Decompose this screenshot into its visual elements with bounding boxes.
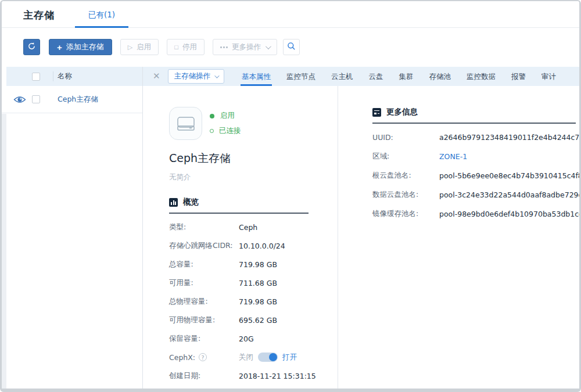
- search-button[interactable]: [283, 39, 300, 55]
- name-column-header: 名称: [58, 71, 72, 81]
- more-info-icon: [372, 108, 381, 117]
- field-data-volume-pool: 数据云盘池名: pool-3c24e33d22a544d0aaf8adbe729…: [372, 185, 579, 204]
- refresh-icon: [27, 42, 36, 52]
- field-last-op-date: 最后操作日期: 2018-11-21 16:25:44: [169, 385, 317, 392]
- enabled-dot-icon: [210, 114, 214, 118]
- more-actions-button[interactable]: 更多操作: [213, 39, 277, 55]
- field-cephx: CephX: ? 关闭 打开: [169, 348, 317, 366]
- storage-list-panel: 名称 Ceph主存储: [2, 67, 143, 389]
- detail-body: 启用 已连接 Ceph主存储 无简介 概览: [143, 86, 579, 389]
- content-area: 名称 Ceph主存储 ✕ 主存储操作 基本属性 监控节: [2, 67, 579, 389]
- stop-square-icon: □: [174, 44, 178, 51]
- status-block: 启用 已连接: [210, 107, 241, 140]
- more-actions-label: 更多操作: [232, 42, 261, 52]
- section-rule: [372, 123, 576, 124]
- overview-icon: [169, 198, 178, 207]
- tab-audit[interactable]: 审计: [541, 67, 556, 86]
- overview-fields: 类型: Ceph 存储心跳网络CIDR: 10.10.0.0/24 总容量: 7…: [169, 218, 317, 392]
- connected-dot-icon: [210, 129, 214, 133]
- play-icon: ▷: [128, 44, 132, 51]
- storage-actions-dropdown[interactable]: 主存储操作: [168, 69, 225, 84]
- section-rule: [169, 213, 309, 214]
- search-icon: [287, 42, 296, 52]
- field-available-physical-capacity: 可用物理容量: 695.62 GB: [169, 311, 317, 329]
- field-type: 类型: Ceph: [169, 218, 317, 236]
- toggle-off-label: 关闭: [239, 353, 253, 362]
- storage-name-title: Ceph主存储: [169, 151, 317, 166]
- chevron-down-icon: [214, 73, 219, 78]
- detail-right-column: 更多信息 UUID: a2646b97912348419011f2e4b4244…: [372, 107, 579, 224]
- close-icon[interactable]: ✕: [153, 72, 160, 81]
- toggle-knob: [269, 353, 277, 361]
- table-row[interactable]: Ceph主存储: [2, 86, 142, 113]
- eye-icon[interactable]: [13, 95, 26, 104]
- toolbar: + 添加主存储 ▷ 启用 □ 停用 更多操作: [2, 28, 579, 66]
- field-available-capacity: 可用量: 711.68 GB: [169, 274, 317, 292]
- column-divider: [338, 86, 338, 389]
- field-total-capacity: 总容量: 719.98 GB: [169, 255, 317, 274]
- field-zone: 区域: ZONE-1: [372, 147, 579, 166]
- status-enabled: 启用: [210, 111, 241, 121]
- field-total-physical-capacity: 总物理容量: 719.98 GB: [169, 292, 317, 311]
- tab-existing[interactable]: 已有(1): [75, 1, 128, 28]
- disable-button[interactable]: □ 停用: [167, 39, 205, 55]
- more-dots-icon: [220, 46, 228, 48]
- tab-basic-attributes[interactable]: 基本属性: [242, 67, 271, 86]
- detail-header: ✕ 主存储操作 基本属性 监控节点 云主机 云盘 集群 存储池 监控数据 报警 …: [143, 67, 579, 86]
- field-image-cache-pool: 镜像缓存池名: pool-98e9bd0e6def4b10970ba53db1c…: [372, 204, 579, 224]
- field-heartbeat-cidr: 存储心跳网络CIDR: 10.10.0.0/24: [169, 236, 317, 255]
- status-connected: 已连接: [210, 126, 241, 136]
- list-left-gutter: [2, 114, 6, 389]
- enable-button-label: 启用: [137, 42, 151, 52]
- tab-alarms[interactable]: 报警: [511, 67, 526, 86]
- add-button-label: 添加主存储: [66, 42, 104, 52]
- detail-tabs: 基本属性 监控节点 云主机 云盘 集群 存储池 监控数据 报警 审计: [242, 67, 572, 86]
- field-uuid: UUID: a2646b97912348419011f2e4b4244c75: [372, 128, 579, 147]
- tab-monitor-data[interactable]: 监控数据: [467, 67, 496, 86]
- help-icon[interactable]: ?: [199, 353, 207, 361]
- storage-description: 无简介: [169, 172, 317, 182]
- resource-header: 启用 已连接: [169, 107, 317, 140]
- tab-vm-instances[interactable]: 云主机: [331, 67, 353, 86]
- detail-panel: ✕ 主存储操作 基本属性 监控节点 云主机 云盘 集群 存储池 监控数据 报警 …: [143, 67, 579, 389]
- tab-volumes[interactable]: 云盘: [369, 67, 383, 86]
- storage-actions-label: 主存储操作: [174, 71, 211, 81]
- cephx-toggle[interactable]: [258, 353, 278, 362]
- more-info-section: 更多信息: [372, 107, 579, 124]
- overview-title: 概览: [183, 197, 199, 207]
- plus-icon: +: [57, 43, 62, 52]
- detail-left-column: 启用 已连接 Ceph主存储 无简介 概览: [169, 107, 317, 392]
- enabled-status-label: 启用: [220, 111, 235, 121]
- refresh-button[interactable]: [23, 39, 40, 55]
- tab-storage-pools[interactable]: 存储池: [429, 67, 451, 86]
- column-separator: [53, 71, 53, 81]
- primary-storage-icon: [169, 107, 202, 140]
- list-header-row: 名称: [6, 67, 142, 86]
- page-title: 主存储: [23, 9, 55, 22]
- disable-button-label: 停用: [182, 42, 197, 52]
- chevron-down-icon: [266, 44, 271, 49]
- topbar: 主存储 已有(1): [2, 1, 579, 28]
- toggle-on-label: 打开: [282, 353, 297, 362]
- tab-clusters[interactable]: 集群: [399, 67, 414, 86]
- app-window: 主存储 已有(1) + 添加主存储 ▷ 启用 □ 停用 更多操作: [0, 0, 581, 392]
- field-root-volume-pool: 根云盘池名: pool-5b6e9ee0e8ec4b74b3910415c4f8…: [372, 166, 579, 185]
- tab-monitor-nodes[interactable]: 监控节点: [286, 67, 315, 86]
- add-primary-storage-button[interactable]: + 添加主存储: [49, 39, 112, 55]
- more-info-title: 更多信息: [386, 107, 418, 117]
- select-all-checkbox[interactable]: [32, 73, 40, 81]
- field-create-date: 创建日期: 2018-11-21 15:31:15: [169, 366, 317, 385]
- field-reserved-capacity: 保留容量: 20G: [169, 329, 317, 348]
- row-checkbox[interactable]: [32, 95, 40, 103]
- connected-status-label: 已连接: [219, 126, 241, 136]
- row-storage-name[interactable]: Ceph主存储: [58, 95, 98, 105]
- more-info-fields: UUID: a2646b97912348419011f2e4b4244c75 区…: [372, 128, 579, 224]
- enable-button[interactable]: ▷ 启用: [120, 39, 159, 55]
- zone-link[interactable]: ZONE-1: [439, 152, 467, 161]
- overview-section: 概览: [169, 197, 317, 214]
